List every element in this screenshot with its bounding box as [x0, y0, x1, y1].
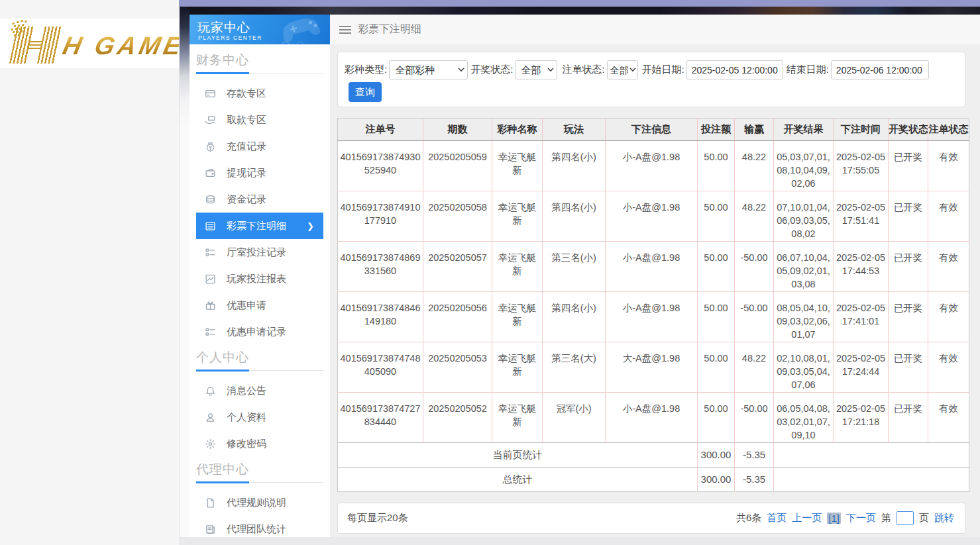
end-date-input[interactable] [831, 60, 929, 79]
jump-prefix-label: 第 [881, 512, 891, 524]
gift-icon [205, 300, 216, 311]
sidebar-section-label: 代理中心 [196, 462, 323, 477]
pagination: 共6条 首页 上一页 [1] 下一页 第 页 跳转 [736, 511, 954, 525]
summary-winloss-total: -5.35 [735, 443, 774, 468]
sidebar-item-厅室投注记录[interactable]: 厅室投注记录 [196, 239, 323, 266]
sidebar-item-玩家投注报表[interactable]: 玩家投注报表 [196, 266, 323, 292]
table-cell: 05,03,07,01,08,10,04,09,02,06 [774, 141, 834, 191]
table-cell: 已开奖 [889, 393, 928, 443]
sidebar-item-优惠申请[interactable]: 优惠申请 [196, 292, 323, 319]
sidebar-item-彩票下注明细[interactable]: 彩票下注明细❯ [196, 213, 323, 239]
table-cell: 20250205052 [423, 393, 492, 443]
sidebar-item-提现记录[interactable]: 提现记录 [196, 160, 323, 186]
logo-dots-decoration [12, 23, 15, 25]
wallet-icon [205, 168, 216, 179]
column-header: 注单状态 [928, 119, 969, 141]
sidebar-item-代理团队统计[interactable]: 代理团队统计 [196, 516, 323, 537]
sidebar-item-label: 厅室投注记录 [227, 246, 286, 259]
book-stats-icon [205, 524, 216, 535]
table-cell: 幸运飞艇新 [492, 141, 543, 191]
table-row: 40156917387486933156020250205057幸运飞艇新第三名… [338, 242, 969, 292]
bet-status-select[interactable]: 全部 [607, 60, 638, 79]
page-title: 彩票下注明细 [358, 23, 421, 36]
table-cell: 06,05,04,08,03,02,01,07,09,10 [774, 393, 834, 443]
lottery-type-label: 彩种类型: [345, 64, 387, 76]
sidebar-item-label: 优惠申请 [227, 299, 266, 312]
sidebar-item-消息公告[interactable]: 消息公告 [196, 377, 323, 404]
table-cell: 20250205057 [423, 242, 492, 292]
column-header: 开奖结果 [774, 119, 834, 141]
first-page-link[interactable]: 首页 [767, 512, 787, 524]
end-date-label: 结束日期: [787, 64, 829, 76]
table-cell: 第四名(小) [543, 141, 606, 191]
table-cell: 02,10,08,01,09,03,05,04,07,06 [774, 342, 834, 393]
sidebar-item-充值记录[interactable]: 充值记录 [196, 133, 323, 160]
table-cell: 幸运飞艇新 [492, 191, 543, 242]
sidebar-item-label: 代理团队统计 [227, 523, 286, 536]
summary-bet-total: 300.00 [698, 468, 735, 492]
column-header: 彩种名称 [492, 119, 543, 141]
table-cell: 48.22 [735, 342, 774, 393]
next-page-link[interactable]: 下一页 [846, 512, 876, 524]
sidebar-item-存款专区[interactable]: 存款专区 [196, 80, 323, 107]
brand-logo-text: H GAME [60, 32, 179, 60]
table-cell: 2025-02-05 17:55:05 [834, 141, 889, 191]
column-header: 投注额 [698, 119, 735, 141]
table-cell: 有效 [928, 191, 969, 242]
table-cell: 小-A盘@1.98 [606, 141, 698, 191]
table-cell: 401569173874910177910 [338, 191, 423, 242]
table-cell: 已开奖 [889, 342, 928, 393]
sidebar-item-label: 取款专区 [227, 114, 266, 126]
sidebar-item-取款专区[interactable]: 取款专区 [196, 107, 323, 133]
brand-logo: H GAME [2, 23, 179, 66]
table-cell: 小-A盘@1.98 [606, 191, 698, 242]
table-cell: -50.00 [735, 292, 774, 342]
table-cell: -50.00 [735, 242, 774, 292]
table-cell: 50.00 [698, 141, 735, 191]
sidebar-item-label: 玩家投注报表 [227, 273, 286, 285]
sidebar-item-个人资料[interactable]: 个人资料 [196, 404, 323, 430]
total-count-text: 共6条 [736, 512, 761, 524]
hand-money-icon [205, 115, 216, 126]
table-row: 40156917387491017791020250205058幸运飞艇新第四名… [338, 191, 969, 242]
bet-records-table: 注单号期数彩种名称玩法下注信息投注额输赢开奖结果下注时间开奖状态注单状态 401… [337, 118, 969, 492]
prev-page-link[interactable]: 上一页 [792, 512, 822, 524]
lottery-type-select[interactable]: 全部彩种 [389, 60, 468, 79]
sidebar-item-代理规则说明[interactable]: 代理规则说明 [196, 489, 323, 516]
page-number-input[interactable] [897, 511, 914, 525]
table-cell: 已开奖 [889, 292, 928, 342]
table-cell: 冠军(小) [543, 393, 606, 443]
table-cell: 已开奖 [889, 191, 928, 242]
coins-icon [205, 194, 216, 205]
logo-band: H GAME [0, 19, 179, 68]
table-cell: 第三名(大) [543, 342, 606, 393]
table-cell: 2025-02-05 17:51:41 [834, 191, 889, 242]
table-cell: 有效 [928, 393, 969, 443]
table-cell: 幸运飞艇新 [492, 393, 543, 443]
top-dark-strip [179, 7, 980, 15]
table-cell: 已开奖 [889, 242, 928, 292]
section-underline [196, 72, 323, 74]
bell-icon [205, 385, 216, 397]
page-size-text: 每页显示20条 [347, 512, 408, 524]
table-cell: 大-A盘@1.98 [606, 342, 698, 393]
draw-status-select[interactable]: 全部 [515, 60, 557, 79]
search-button[interactable]: 查询 [349, 82, 382, 102]
draw-status-label: 开奖状态: [470, 64, 513, 76]
column-header: 期数 [423, 119, 492, 141]
menu-toggle-icon[interactable] [339, 26, 351, 34]
summary-label: 当前页统计 [338, 443, 698, 468]
sidebar-item-修改密码[interactable]: 修改密码 [196, 430, 323, 457]
file-icon [205, 497, 216, 509]
main-panel: 玩家中心 PLAYERS CENTER 财务中心存款专区取款专区充值记录提现记录… [179, 0, 980, 545]
summary-row: 当前页统计300.00-5.35 [338, 443, 969, 468]
sidebar-section-label: 财务中心 [196, 53, 323, 68]
sidebar-item-资金记录[interactable]: 资金记录 [196, 186, 323, 213]
start-date-input[interactable] [686, 60, 783, 79]
table-cell: 小-A盘@1.98 [606, 393, 698, 443]
jump-button[interactable]: 跳转 [934, 512, 954, 524]
gear-icon [205, 438, 216, 450]
sidebar-item-label: 资金记录 [227, 193, 266, 206]
sidebar-item-优惠申请记录[interactable]: 优惠申请记录 [196, 319, 323, 345]
doc-lines-icon [205, 221, 216, 232]
